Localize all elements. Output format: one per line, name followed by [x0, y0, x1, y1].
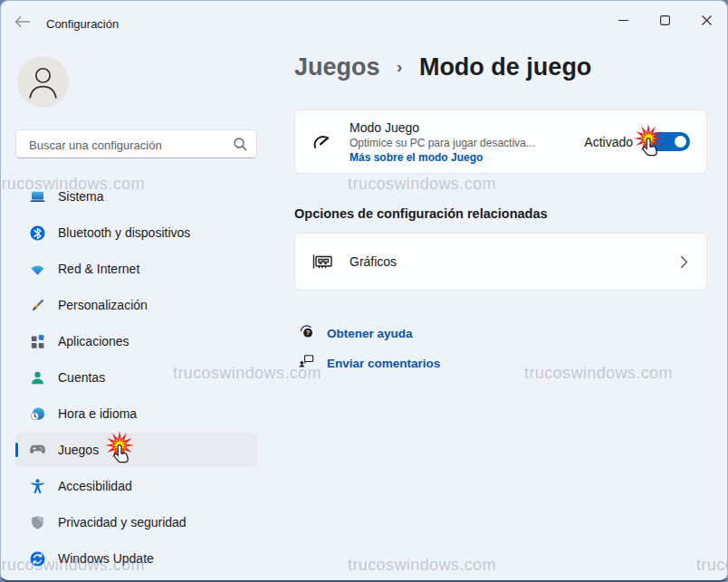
paintbrush-icon	[29, 297, 46, 314]
sidebar-item-windows-update[interactable]: Windows Update	[15, 541, 257, 576]
game-mode-more-link[interactable]: Más sobre el modo Juego	[350, 151, 584, 164]
apps-icon	[29, 333, 46, 350]
get-help-label: Obtener ayuda	[327, 327, 413, 340]
breadcrumb-separator: ›	[397, 57, 402, 76]
accessibility-icon	[29, 478, 46, 495]
maximize-button[interactable]	[646, 8, 684, 32]
close-icon	[702, 15, 712, 25]
search-box	[15, 129, 257, 158]
sidebar-item-label: Privacidad y seguridad	[58, 515, 187, 530]
watermark: trucoswindows.com	[348, 175, 496, 194]
sidebar-item-label: Red & Internet	[58, 262, 139, 276]
settings-window: Configuración Sistem	[0, 0, 728, 582]
page-title: Modo de juego	[419, 53, 591, 81]
watermark: trucoswindows.com	[524, 364, 673, 383]
close-button[interactable]	[687, 8, 725, 32]
sidebar-item-bluetooth[interactable]: Bluetooth y dispositivos	[15, 215, 257, 250]
graphics-text: Gráficos	[350, 254, 680, 269]
minimize-icon	[618, 15, 628, 25]
sidebar-item-label: Bluetooth y dispositivos	[58, 225, 190, 240]
sidebar-item-sistema[interactable]: Sistema	[15, 179, 257, 214]
sidebar-item-label: Juegos	[58, 443, 99, 457]
avatar[interactable]	[17, 56, 69, 108]
help-icon: ?	[298, 323, 315, 344]
person-icon	[17, 56, 69, 108]
sidebar-item-label: Sistema	[58, 189, 104, 204]
search-input[interactable]	[27, 130, 230, 159]
clock-icon	[29, 405, 46, 423]
toggle-status-label: Activado	[584, 135, 633, 149]
maximize-icon	[660, 15, 670, 25]
breadcrumb-parent[interactable]: Juegos	[294, 53, 380, 81]
send-feedback-link[interactable]: Enviar comentarios	[298, 352, 440, 374]
accounts-person-icon	[29, 369, 46, 386]
app-title: Configuración	[46, 17, 119, 31]
sidebar-item-label: Aplicaciones	[58, 334, 129, 348]
breadcrumb: Juegos › Modo de juego	[294, 53, 591, 81]
titlebar: Configuración	[1, 1, 727, 37]
back-button[interactable]	[14, 15, 32, 28]
minimize-button[interactable]	[604, 8, 642, 32]
gpu-icon	[295, 251, 350, 272]
game-mode-description: Optimice su PC para jugar desactiva...	[350, 137, 584, 149]
graphics-label: Gráficos	[350, 254, 680, 269]
graphics-card[interactable]: Gráficos	[294, 233, 707, 291]
send-feedback-label: Enviar comentarios	[327, 357, 440, 370]
toggle-knob	[675, 136, 686, 148]
sidebar-item-red-internet[interactable]: Red & Internet	[15, 252, 257, 286]
update-icon	[29, 550, 46, 568]
watermark: trucoswindows.com	[696, 556, 728, 575]
game-mode-text: Modo Juego Optimice su PC para jugar des…	[350, 120, 584, 164]
sidebar-item-label: Accesibilidad	[58, 479, 132, 493]
search-icon[interactable]	[233, 137, 248, 156]
sidebar-item-juegos[interactable]: Juegos	[15, 433, 257, 467]
related-section-header: Opciones de configuración relacionadas	[294, 206, 548, 221]
sidebar-item-label: Windows Update	[58, 551, 154, 566]
sidebar-item-label: Cuentas	[58, 370, 105, 385]
sidebar-item-accesibilidad[interactable]: Accesibilidad	[15, 469, 257, 503]
gauge-icon	[295, 130, 350, 154]
feedback-icon	[298, 353, 315, 374]
sidebar-item-personalizacion[interactable]: Personalización	[15, 288, 257, 322]
shield-icon	[29, 514, 46, 531]
wifi-icon	[29, 261, 46, 278]
sidebar-nav: Sistema Bluetooth y dispositivos Red & I…	[15, 179, 257, 577]
sidebar-item-cuentas[interactable]: Cuentas	[15, 360, 257, 395]
selected-accent-bar	[15, 443, 18, 457]
game-mode-toggle[interactable]	[647, 132, 690, 151]
system-icon	[29, 188, 46, 205]
sidebar-item-privacidad[interactable]: Privacidad y seguridad	[15, 505, 257, 539]
sidebar-item-hora-idioma[interactable]: Hora e idioma	[15, 396, 257, 431]
get-help-link[interactable]: ? Obtener ayuda	[298, 322, 413, 344]
chevron-right-icon	[680, 255, 704, 269]
gamepad-icon	[29, 442, 46, 459]
sidebar-item-aplicaciones[interactable]: Aplicaciones	[15, 324, 257, 358]
game-mode-title: Modo Juego	[350, 120, 584, 135]
game-mode-controls: Activado	[584, 132, 706, 151]
game-mode-card: Modo Juego Optimice su PC para jugar des…	[294, 110, 707, 174]
sidebar-item-label: Personalización	[58, 298, 148, 312]
back-arrow-icon	[14, 15, 32, 28]
watermark: trucoswindows.com	[348, 556, 496, 575]
svg-text:?: ?	[306, 329, 311, 337]
bluetooth-icon	[29, 224, 46, 242]
sidebar-item-label: Hora e idioma	[58, 406, 137, 421]
